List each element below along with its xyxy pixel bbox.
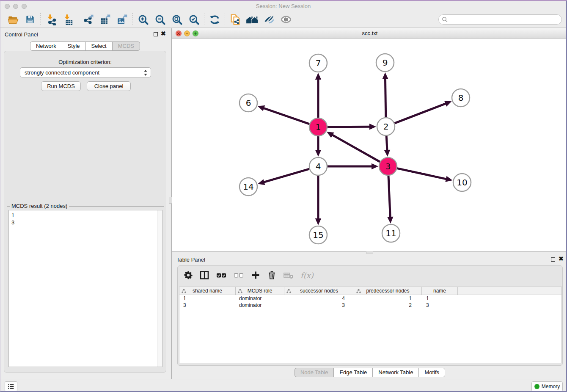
control-panel-title: Control Panel	[5, 31, 38, 38]
table-cell: 4	[284, 295, 354, 302]
refresh-layout-button[interactable]	[206, 13, 223, 26]
tab-edge-table[interactable]: Edge Table	[333, 368, 373, 377]
toolbar-separator	[225, 13, 225, 26]
graph-edge-3-10[interactable]	[397, 168, 447, 179]
tab-style[interactable]: Style	[62, 41, 86, 51]
show-columns-icon[interactable]	[199, 270, 209, 280]
column-header-shared-name[interactable]: shared name	[179, 287, 236, 295]
mcds-panel: Optimization criterion: strongly connect…	[4, 51, 166, 373]
column-header-successor-nodes[interactable]: successor nodes	[284, 287, 354, 295]
mcds-result-list[interactable]: 1 3	[8, 210, 162, 367]
optimization-criterion-select[interactable]: strongly connected component	[20, 67, 151, 77]
column-label: predecessor nodes	[366, 288, 409, 294]
tab-select[interactable]: Select	[85, 41, 113, 51]
float-panel-icon[interactable]	[154, 32, 158, 36]
hide-details-eye-icon	[263, 14, 275, 25]
graph-edge-3-11[interactable]	[388, 176, 390, 218]
delete-column-trash-icon[interactable]	[267, 270, 277, 280]
close-panel-button[interactable]: Close panel	[87, 81, 131, 91]
open-folder-icon	[8, 14, 19, 25]
graph-edge-2-3[interactable]	[386, 136, 387, 151]
graph-edge-3-1[interactable]	[331, 135, 380, 162]
add-column-icon[interactable]	[250, 270, 261, 280]
table-cell: dominator	[236, 302, 284, 309]
export-image-button[interactable]	[114, 13, 131, 26]
toolbar-separator	[204, 13, 204, 26]
table-options-gear-icon[interactable]	[184, 271, 193, 280]
column-header-mcds-role[interactable]: MCDS role	[236, 287, 284, 295]
zoom-out-button[interactable]	[151, 13, 168, 26]
memory-label: Memory	[542, 384, 560, 389]
hierarchy-icon	[182, 289, 186, 293]
toolbar-separator	[132, 13, 133, 26]
run-mcds-button[interactable]: Run MCDS	[41, 81, 81, 91]
graph-edge-arrowhead	[369, 124, 376, 130]
search-input[interactable]	[438, 14, 562, 25]
mcds-result-fieldset: MCDS result (2 nodes) 1 3	[7, 206, 164, 369]
column-label: successor nodes	[300, 288, 338, 294]
zoom-fit-icon	[171, 14, 183, 25]
import-network-button[interactable]	[42, 13, 59, 26]
birdseye-eye-icon	[280, 14, 292, 25]
open-session-button[interactable]	[5, 13, 22, 26]
tab-node-table[interactable]: Node Table	[295, 368, 334, 377]
mcds-result-scrollbar[interactable]	[157, 210, 162, 367]
mcds-result-item[interactable]: 1	[9, 210, 162, 219]
export-table-button[interactable]	[97, 13, 114, 26]
graph-node-label: 6	[246, 98, 251, 108]
graph-edge-arrowhead	[372, 163, 378, 169]
memory-button[interactable]: Memory	[531, 381, 563, 392]
mcds-result-item[interactable]: 3	[9, 219, 162, 226]
hierarchy-icon	[286, 289, 291, 293]
zoom-selected-button[interactable]	[185, 13, 202, 26]
graph-edge-1-2[interactable]	[328, 127, 371, 127]
deselect-all-checkboxes-icon[interactable]	[233, 270, 244, 280]
mcds-result-title: MCDS result (2 nodes)	[10, 203, 69, 209]
tab-motifs[interactable]: Motifs	[418, 368, 445, 377]
graph-edge-arrowhead	[258, 179, 265, 185]
network-graph[interactable]: 7968124314101511	[172, 39, 567, 251]
graph-edge-1-6[interactable]	[263, 108, 309, 124]
hide-graphics-details-button[interactable]	[261, 13, 278, 26]
table-toolbar: f(x)	[184, 269, 314, 282]
close-panel-icon[interactable]: ✖	[559, 255, 564, 262]
export-table-icon	[100, 14, 111, 25]
graph-edge-arrowhead	[444, 101, 452, 106]
tab-mcds[interactable]: MCDS	[112, 41, 140, 51]
clone-network-button[interactable]	[227, 13, 244, 26]
export-network-button[interactable]	[80, 13, 97, 26]
table-row[interactable]: 1dominator411	[179, 295, 561, 302]
graph-edge-arrowhead	[382, 72, 388, 79]
zoom-fit-button[interactable]	[168, 13, 185, 26]
column-header-predecessor-nodes[interactable]: predecessor nodes	[354, 287, 422, 295]
graph-node-label: 8	[458, 93, 464, 103]
home-button[interactable]	[244, 13, 261, 26]
import-network-icon	[45, 14, 57, 25]
birdseye-view-button[interactable]	[278, 13, 295, 26]
clone-network-icon	[229, 14, 241, 25]
graph-node-label: 14	[243, 182, 253, 192]
table-cell: 3	[179, 302, 236, 309]
tab-network-table[interactable]: Network Table	[372, 368, 419, 377]
task-history-button[interactable]	[5, 381, 17, 392]
import-table-button[interactable]	[59, 13, 76, 26]
table-row[interactable]: 3dominator323	[179, 302, 561, 309]
float-panel-icon[interactable]	[551, 257, 555, 262]
optimization-criterion-value: strongly connected component	[25, 69, 99, 76]
column-header-name[interactable]: name	[422, 287, 458, 295]
optimization-criterion-label: Optimization criterion:	[4, 59, 166, 65]
select-all-checkboxes-icon[interactable]	[216, 270, 227, 280]
import-table-icon	[62, 14, 74, 25]
graph-edge-2-8[interactable]	[395, 103, 447, 123]
zoom-out-icon	[154, 14, 166, 25]
close-panel-icon[interactable]: ✖	[161, 30, 166, 37]
graph-edge-2-9[interactable]	[385, 78, 385, 117]
graph-node-label: 15	[313, 230, 323, 240]
zoom-in-button[interactable]	[135, 13, 151, 26]
node-table-body: 1dominator4113dominator323	[179, 295, 561, 309]
graph-edge-arrowhead	[445, 176, 452, 182]
tab-network[interactable]: Network	[30, 41, 62, 51]
node-table-card: f(x) shared name MCDS role successor nod…	[177, 265, 563, 366]
save-session-button[interactable]	[22, 13, 39, 26]
graph-edge-4-14[interactable]	[263, 169, 309, 182]
